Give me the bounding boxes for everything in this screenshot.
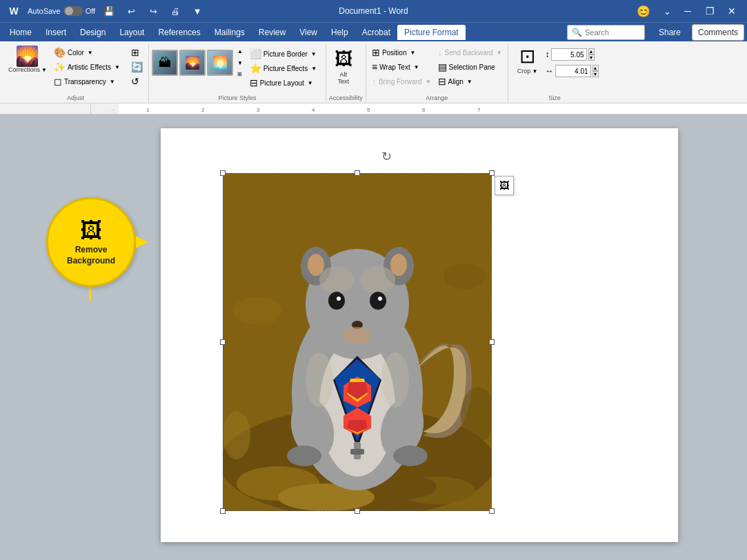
style-thumb-1[interactable]: 🏔 bbox=[152, 50, 178, 76]
svg-rect-1 bbox=[119, 103, 747, 114]
transparency-button[interactable]: ◻ Transparency ▼ bbox=[51, 74, 127, 88]
menu-design[interactable]: Design bbox=[73, 25, 112, 40]
picture-border-button[interactable]: ⬜ Picture Border ▼ bbox=[247, 47, 323, 61]
picture-layout-button[interactable]: ⊟ Picture Layout ▼ bbox=[247, 76, 323, 90]
position-label: Position bbox=[382, 49, 407, 57]
styles-expand[interactable]: ⊞ bbox=[236, 70, 244, 79]
border-icon: ⬜ bbox=[250, 48, 261, 59]
selection-pane-button[interactable]: ▤ Selection Pane bbox=[435, 60, 505, 74]
reset-picture-button[interactable]: ↺ bbox=[128, 74, 146, 88]
corrections-button[interactable]: 🌄 Corrections ▼ bbox=[6, 46, 50, 74]
image-container[interactable]: 🖼 bbox=[223, 173, 492, 511]
position-button[interactable]: ⊞ Position ▼ bbox=[369, 46, 434, 59]
svg-point-31 bbox=[343, 327, 371, 343]
effects-icon: ⭐ bbox=[250, 63, 261, 74]
menu-help[interactable]: Help bbox=[324, 25, 355, 40]
search-box[interactable]: 🔍 bbox=[567, 25, 645, 40]
width-down[interactable]: ▼ bbox=[592, 71, 599, 77]
height-up[interactable]: ▲ bbox=[588, 48, 595, 54]
handle-br[interactable] bbox=[489, 508, 495, 514]
share-button[interactable]: Share bbox=[650, 25, 689, 40]
svg-point-47 bbox=[381, 352, 409, 408]
menu-acrobat[interactable]: Acrobat bbox=[355, 25, 397, 40]
layout-label: Picture Layout bbox=[260, 79, 304, 87]
ruler-left bbox=[0, 103, 91, 114]
menu-home[interactable]: Home bbox=[3, 25, 39, 40]
align-button[interactable]: ⊟ Align ▼ bbox=[435, 74, 505, 88]
width-up[interactable]: ▲ bbox=[592, 65, 599, 71]
compress-pictures-button[interactable]: ⊞ bbox=[128, 46, 146, 59]
autosave-switch[interactable] bbox=[63, 6, 83, 16]
align-label: Align bbox=[448, 78, 464, 86]
callout-container: 🖼 Remove Background bbox=[46, 197, 136, 287]
effects-arrow: ▼ bbox=[311, 66, 317, 72]
handle-tc[interactable] bbox=[355, 170, 360, 176]
arrange-col2: ↓ Send Backward ▼ ▤ Selection Pane ⊟ Ali… bbox=[435, 46, 505, 88]
handle-bc[interactable] bbox=[355, 508, 360, 514]
height-input[interactable] bbox=[551, 48, 587, 61]
minimize-button[interactable]: ─ bbox=[678, 1, 697, 21]
size-label: Size bbox=[511, 93, 599, 103]
customize-button[interactable]: ▼ bbox=[189, 3, 206, 19]
width-row: ↔ ▲ ▼ bbox=[546, 65, 599, 77]
svg-point-51 bbox=[223, 411, 250, 459]
redo-button[interactable]: ↪ bbox=[145, 3, 161, 19]
height-down[interactable]: ▼ bbox=[588, 54, 595, 61]
send-backward-button[interactable]: ↓ Send Backward ▼ bbox=[435, 46, 505, 59]
artistic-effects-button[interactable]: ✨ Artistic Effects ▼ bbox=[51, 60, 127, 74]
accessibility-content: 🖼 Alt Text bbox=[329, 46, 363, 93]
style-thumb-2[interactable]: 🌄 bbox=[179, 50, 206, 76]
style-thumb-3[interactable]: 🌅 bbox=[207, 50, 233, 76]
ruler-container: · 1 2 3 4 5 6 7 bbox=[0, 103, 747, 114]
menu-review[interactable]: Review bbox=[252, 25, 292, 40]
comments-button[interactable]: Comments bbox=[692, 24, 744, 41]
size-content: ⊡ Crop ▼ ↕ ▲ ▼ bbox=[511, 46, 599, 93]
menu-bar: Home Insert Design Layout References Mai… bbox=[0, 22, 747, 41]
styles-dropdown[interactable]: ▲ ▼ ⊞ bbox=[235, 46, 246, 80]
menu-layout[interactable]: Layout bbox=[112, 25, 151, 40]
width-spinner[interactable]: ▲ ▼ bbox=[592, 65, 599, 77]
transparency-icon: ◻ bbox=[54, 76, 62, 87]
save-button[interactable]: 💾 bbox=[101, 3, 117, 19]
svg-text:4: 4 bbox=[312, 107, 315, 113]
handle-mr[interactable] bbox=[489, 339, 495, 345]
height-spinner[interactable]: ▲ ▼ bbox=[588, 48, 595, 61]
menu-picture-format[interactable]: Picture Format bbox=[397, 25, 466, 40]
artistic-effects-label: Artistic Effects bbox=[68, 63, 111, 71]
bring-forward-button[interactable]: ↑ Bring Forward ▼ bbox=[369, 74, 434, 88]
restore-button[interactable]: ❐ bbox=[700, 1, 719, 21]
handle-ml[interactable] bbox=[220, 339, 226, 345]
callout-icon: 🖼 bbox=[80, 218, 102, 243]
crop-arrow: ▼ bbox=[532, 68, 537, 74]
menu-references[interactable]: References bbox=[151, 25, 207, 40]
rotation-handle[interactable]: ↻ bbox=[381, 149, 392, 164]
handle-tr[interactable] bbox=[489, 170, 495, 176]
menu-view[interactable]: View bbox=[292, 25, 324, 40]
artistic-effects-icon: ✨ bbox=[54, 61, 66, 72]
picture-effects-button[interactable]: ⭐ Picture Effects ▼ bbox=[247, 61, 323, 75]
document-area[interactable]: ↻ bbox=[91, 114, 747, 560]
crop-button[interactable]: ⊡ Crop ▼ bbox=[511, 46, 544, 76]
print-button[interactable]: 🖨 bbox=[167, 3, 183, 19]
autosave-toggle[interactable]: AutoSave Off bbox=[28, 6, 95, 16]
width-input[interactable] bbox=[555, 65, 591, 77]
bring-forward-icon: ↑ bbox=[372, 76, 377, 87]
effects-label: Picture Effects bbox=[263, 65, 308, 72]
menu-mailings[interactable]: Mailings bbox=[208, 25, 252, 40]
close-button[interactable]: ✕ bbox=[722, 1, 741, 21]
search-input[interactable] bbox=[585, 28, 640, 37]
collapse-ribbon-button[interactable]: ⌄ bbox=[659, 3, 675, 19]
handle-bl[interactable] bbox=[220, 508, 226, 514]
layout-options-button[interactable]: 🖼 bbox=[495, 176, 514, 195]
handle-tl[interactable] bbox=[220, 170, 226, 176]
adjust-label: Adjust bbox=[6, 93, 146, 103]
styles-down-arrow[interactable]: ▼ bbox=[236, 59, 244, 68]
color-button[interactable]: 🎨 Color ▼ bbox=[51, 46, 127, 59]
alt-text-button[interactable]: 🖼 Alt Text bbox=[329, 46, 358, 88]
svg-rect-45 bbox=[350, 449, 364, 454]
undo-button[interactable]: ↩ bbox=[123, 3, 139, 19]
menu-insert[interactable]: Insert bbox=[39, 25, 73, 40]
wrap-text-button[interactable]: ≡ Wrap Text ▼ bbox=[369, 60, 434, 74]
change-picture-button[interactable]: 🔄 bbox=[128, 60, 146, 74]
styles-up-arrow[interactable]: ▲ bbox=[236, 47, 244, 56]
